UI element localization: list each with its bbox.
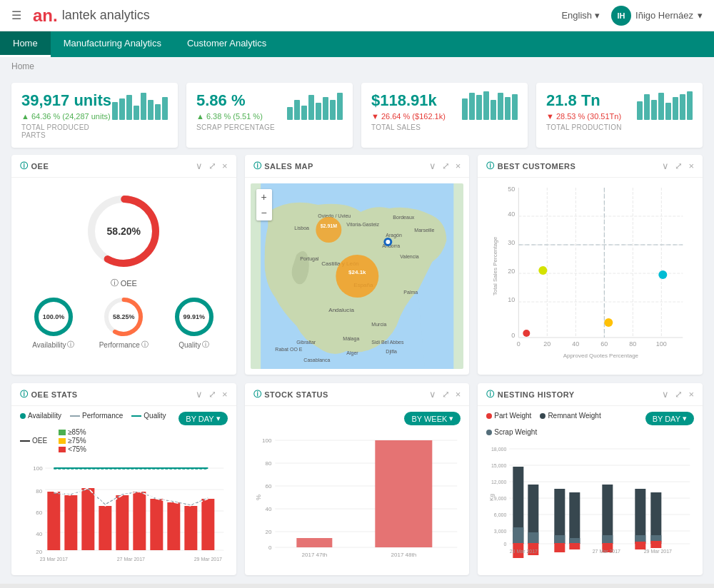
- by-day-button[interactable]: BY DAY ▾: [178, 412, 227, 425]
- svg-text:100: 100: [262, 437, 272, 444]
- close-icon[interactable]: ×: [222, 389, 228, 400]
- close-icon[interactable]: ×: [222, 161, 228, 171]
- nav-item-manufacturing[interactable]: Manufacturing Analytics: [51, 31, 174, 57]
- svg-text:0: 0: [512, 332, 516, 339]
- map-container[interactable]: Castilla y León España Andalucía Portuga…: [251, 183, 464, 369]
- oee-perf-label: Performance ⓘ: [99, 340, 149, 350]
- zoom-out-button[interactable]: −: [256, 205, 272, 220]
- logo: an. lantek analytics: [33, 6, 150, 26]
- svg-text:23 Mar 2017: 23 Mar 2017: [40, 557, 68, 562]
- collapse-icon[interactable]: ∨: [196, 389, 203, 400]
- svg-text:6,000: 6,000: [494, 512, 507, 517]
- nav-item-customer[interactable]: Customer Analytics: [174, 31, 279, 57]
- svg-text:60: 60: [265, 483, 271, 490]
- legend-label: Quality: [144, 412, 166, 420]
- svg-text:18,000: 18,000: [491, 447, 507, 452]
- footer: © 2018 de lantek ↑: [0, 584, 714, 588]
- svg-text:0: 0: [504, 542, 507, 547]
- nesting-history-widget: ⓘ NESTING HISTORY ∨ ⤢ × BY DAY ▾ Part We…: [478, 383, 703, 575]
- svg-text:80: 80: [630, 340, 637, 348]
- language-selector[interactable]: English ▾: [561, 10, 600, 21]
- svg-text:0: 0: [517, 340, 521, 348]
- svg-text:Murcia: Murcia: [371, 322, 386, 327]
- zoom-in-button[interactable]: +: [256, 189, 272, 205]
- best-customers-widget: ⓘ BEST CUSTOMERS ∨ ⤢ ×: [478, 155, 703, 375]
- stock-status-widget: ⓘ STOCK STATUS ∨ ⤢ × BY WEEK ▾ % 100 80 …: [245, 383, 470, 575]
- stat-change-production: ▼ 28.53 % (30.51Tn): [546, 112, 622, 121]
- svg-rect-80: [99, 506, 111, 550]
- svg-text:Andalucía: Andalucía: [328, 307, 354, 313]
- svg-text:60: 60: [601, 340, 608, 348]
- svg-text:100: 100: [656, 340, 667, 348]
- oee-stats-widget: ⓘ OEE STATS ∨ ⤢ × BY DAY ▾ Availability: [11, 383, 236, 575]
- svg-text:Approved Quotes Percentage: Approved Quotes Percentage: [563, 353, 639, 359]
- expand-icon[interactable]: ⤢: [675, 161, 683, 171]
- close-icon[interactable]: ×: [688, 161, 694, 171]
- info-icon-small: ⓘ: [111, 278, 119, 288]
- svg-rect-132: [570, 538, 580, 544]
- close-icon[interactable]: ×: [456, 161, 461, 171]
- header-right: English ▾ IH Iñigo Hernáez ▾: [561, 6, 703, 26]
- stock-chart: % 100 80 60 40 20 0 2017 47th: [253, 430, 461, 562]
- legend-dash: [20, 440, 30, 442]
- collapse-icon[interactable]: ∨: [662, 389, 669, 400]
- svg-text:Total Sales Percentage: Total Sales Percentage: [493, 236, 499, 295]
- legend-75: ≥75%: [59, 437, 86, 445]
- svg-text:9,000: 9,000: [494, 496, 507, 501]
- map-zoom-controls[interactable]: + −: [256, 189, 272, 220]
- stat-label-scrap: SCRAP PERCENTAGE: [196, 123, 275, 131]
- svg-text:Aragón: Aragón: [386, 233, 402, 238]
- oee-quality: 99.91% Quality ⓘ: [173, 295, 216, 350]
- svg-text:Bordeaux: Bordeaux: [393, 215, 414, 220]
- oee-widget-title: ⓘ OEE: [20, 161, 49, 171]
- hamburger-icon[interactable]: ☰: [11, 9, 21, 22]
- collapse-icon[interactable]: ∨: [662, 161, 669, 171]
- threshold-bar: [59, 430, 66, 435]
- svg-rect-126: [528, 532, 539, 544]
- svg-rect-138: [635, 535, 646, 542]
- stat-card-scrap: 5.86 % ▲ 6.38 % (5.51 %) SCRAP PERCENTAG…: [186, 83, 353, 148]
- svg-rect-123: [513, 527, 524, 544]
- expand-icon[interactable]: ⤢: [208, 389, 216, 400]
- expand-icon[interactable]: ⤢: [208, 161, 216, 171]
- logo-text: lantek analytics: [62, 8, 150, 23]
- expand-icon[interactable]: ⤢: [442, 389, 450, 400]
- expand-icon[interactable]: ⤢: [675, 389, 683, 400]
- stat-card-sales: $118.91k ▼ 26.64 % ($162.1k) TOTAL SALES: [361, 83, 528, 148]
- info-icon: ⓘ: [253, 389, 262, 400]
- svg-rect-85: [184, 506, 197, 550]
- stock-status-controls: ∨ ⤢ ×: [429, 389, 461, 400]
- svg-rect-142: [651, 541, 662, 548]
- collapse-icon[interactable]: ∨: [196, 161, 203, 171]
- chevron-down-icon: ▾: [216, 414, 221, 423]
- legend-label: Availability: [28, 412, 61, 420]
- stat-chart-sales: [462, 91, 518, 120]
- close-icon[interactable]: ×: [688, 389, 694, 400]
- svg-text:20: 20: [508, 268, 516, 275]
- stat-chart-produced: [112, 91, 168, 120]
- svg-point-65: [605, 318, 613, 327]
- info-icon: ⓘ: [253, 161, 262, 171]
- collapse-icon[interactable]: ∨: [429, 161, 436, 171]
- svg-rect-135: [603, 535, 613, 544]
- breadcrumb: Home: [0, 57, 714, 76]
- chevron-down-icon: ▾: [449, 414, 453, 423]
- collapse-icon[interactable]: ∨: [429, 389, 436, 400]
- oee-avail-gauge: 100.0%: [32, 295, 75, 338]
- by-week-button[interactable]: BY WEEK ▾: [404, 412, 461, 425]
- svg-point-32: [336, 255, 378, 298]
- user-name: Iñigo Hernáez: [635, 10, 693, 21]
- close-icon[interactable]: ×: [456, 389, 461, 400]
- threshold-label: ≥75%: [68, 437, 86, 445]
- top-widget-grid: ⓘ OEE ∨ ⤢ × 58.20% ⓘ OEE: [0, 155, 714, 383]
- svg-text:15,000: 15,000: [491, 463, 507, 468]
- oee-qual-gauge: 99.91%: [173, 295, 216, 338]
- svg-rect-141: [651, 535, 662, 542]
- expand-icon[interactable]: ⤢: [442, 161, 450, 171]
- by-day-nesting-button[interactable]: BY DAY ▾: [645, 412, 694, 425]
- user-menu[interactable]: IH Iñigo Hernáez ▾: [611, 6, 703, 26]
- threshold-label: <75%: [68, 445, 86, 453]
- svg-text:40: 40: [36, 531, 42, 537]
- nav-item-home[interactable]: Home: [0, 31, 51, 57]
- svg-text:$24.1k: $24.1k: [348, 269, 366, 275]
